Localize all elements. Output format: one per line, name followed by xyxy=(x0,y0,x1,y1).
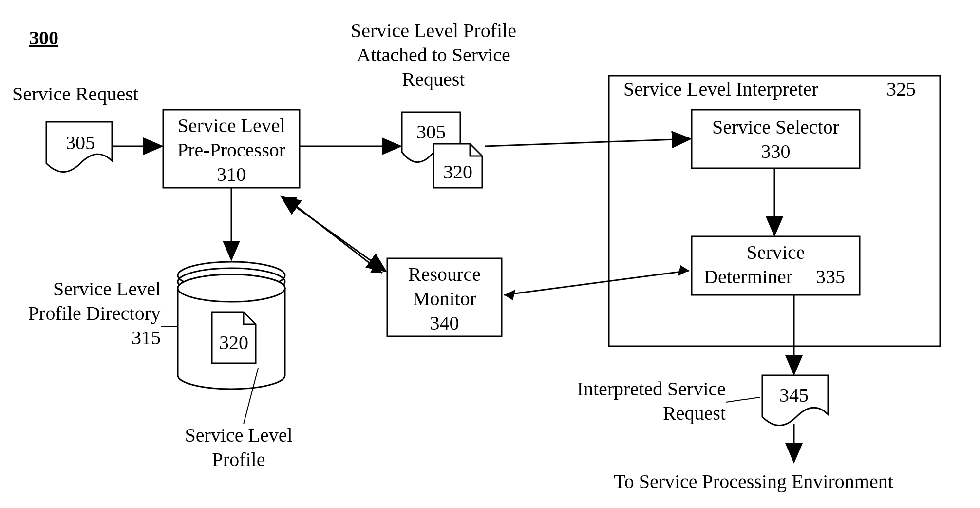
svg-point-4 xyxy=(178,274,285,302)
label-slpd-1: Service Level xyxy=(19,278,161,300)
svg-marker-19 xyxy=(285,197,297,207)
figure-number: 300 xyxy=(29,27,58,49)
svg-marker-22 xyxy=(504,290,515,300)
label-interp-1: Interpreted Service xyxy=(550,378,726,400)
svg-point-5 xyxy=(178,274,285,302)
svg-line-18 xyxy=(285,197,382,273)
rm-line1: Resource xyxy=(387,263,502,286)
selector-line1: Service Selector xyxy=(692,116,860,138)
label-to-env: To Service Processing Environment xyxy=(614,470,893,493)
database-cylinder xyxy=(178,262,285,389)
label-slpd-2: Profile Directory xyxy=(19,302,161,325)
sli-title: Service Level Interpreter xyxy=(623,78,818,100)
label-slpd-3: 315 xyxy=(19,327,161,349)
svg-line-16 xyxy=(273,190,385,271)
svg-line-28 xyxy=(244,368,258,424)
determiner-line1: Service xyxy=(692,241,860,264)
sli-num: 325 xyxy=(886,78,916,100)
node-attached-320: 320 xyxy=(438,161,477,183)
svg-point-2 xyxy=(178,262,285,289)
label-slp-1: Service Level xyxy=(166,424,312,447)
label-slp-2: Profile xyxy=(166,449,312,471)
svg-line-15 xyxy=(283,197,385,271)
svg-marker-23 xyxy=(678,265,689,276)
svg-point-3 xyxy=(178,268,285,295)
preprocessor-line3: 310 xyxy=(163,163,300,186)
determiner-line2: Determiner xyxy=(704,266,792,288)
label-attached-3: Request xyxy=(312,68,555,91)
svg-line-12 xyxy=(485,139,689,146)
svg-line-14 xyxy=(283,197,385,271)
label-interp-2: Request xyxy=(550,402,726,425)
label-attached-2: Attached to Service xyxy=(312,44,555,66)
node-305: 305 xyxy=(61,132,100,154)
node-db-320: 320 xyxy=(214,332,253,354)
svg-line-29 xyxy=(726,397,760,402)
svg-line-21 xyxy=(504,271,689,295)
selector-line2: 330 xyxy=(692,140,860,163)
rm-line3: 340 xyxy=(387,312,502,334)
preprocessor-line2: Pre-Processor xyxy=(163,139,300,161)
preprocessor-line1: Service Level xyxy=(163,115,300,137)
label-attached-1: Service Level Profile xyxy=(312,20,555,42)
node-attached-305: 305 xyxy=(412,121,451,143)
node-345: 345 xyxy=(774,384,813,407)
rm-line2: Monitor xyxy=(387,288,502,310)
determiner-line3: 335 xyxy=(816,266,845,288)
label-service-request: Service Request xyxy=(12,83,138,105)
svg-marker-20 xyxy=(370,263,382,273)
